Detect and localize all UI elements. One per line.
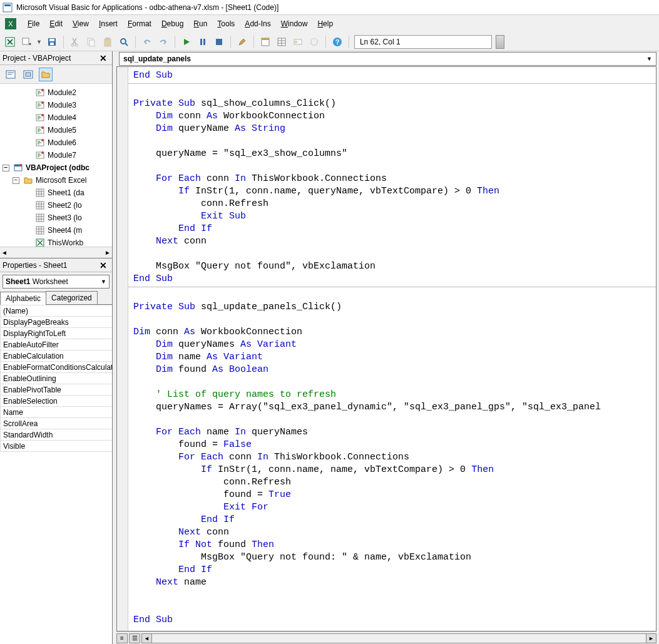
tab-alphabetic[interactable]: Alphabetic bbox=[0, 292, 46, 305]
property-row[interactable]: Namedashboard bbox=[1, 407, 113, 418]
menu-view[interactable]: View bbox=[68, 17, 94, 31]
procedure-view-icon[interactable]: ≡ bbox=[116, 633, 128, 643]
menu-file[interactable]: File bbox=[23, 17, 44, 31]
margin-indicator-bar[interactable] bbox=[117, 67, 128, 631]
tree-horizontal-scroll[interactable]: ◄► bbox=[0, 247, 112, 258]
cut-icon[interactable] bbox=[69, 36, 81, 48]
menu-add-ins[interactable]: Add-Ins bbox=[240, 17, 275, 31]
project-panel-header: Project - VBAProject ✕ bbox=[0, 51, 112, 65]
property-row[interactable]: EnableAutoFilterFalse bbox=[1, 339, 113, 350]
menu-run[interactable]: Run bbox=[188, 17, 212, 31]
property-row[interactable]: Visible-1 - xlSheetVisible bbox=[1, 441, 113, 452]
mod-icon bbox=[35, 100, 45, 110]
property-row[interactable]: EnableSelection0 - xlNoRestrictions bbox=[1, 396, 113, 407]
view-excel-icon[interactable] bbox=[4, 36, 16, 48]
project-explorer-icon[interactable] bbox=[259, 36, 272, 48]
undo-icon[interactable] bbox=[141, 36, 153, 48]
design-mode-icon[interactable] bbox=[236, 36, 248, 48]
window-title: Microsoft Visual Basic for Applications … bbox=[16, 3, 278, 12]
tree-label: Module7 bbox=[48, 151, 76, 160]
svg-point-49 bbox=[19, 164, 22, 166]
tree-label: Sheet1 (da bbox=[48, 188, 84, 197]
horizontal-scrollbar[interactable]: ◄► bbox=[141, 633, 656, 643]
svg-point-38 bbox=[41, 101, 44, 104]
properties-grid[interactable]: (Name)Sheet1DisplayPageBreaksFalseDispla… bbox=[0, 305, 112, 644]
property-row[interactable]: EnablePivotTableFalse bbox=[1, 384, 113, 396]
project-tree[interactable]: Module2Module3Module4Module5Module6Modul… bbox=[0, 84, 112, 247]
menu-debug[interactable]: Debug bbox=[156, 17, 188, 31]
redo-icon[interactable] bbox=[157, 36, 170, 48]
tree-label: Microsoft Excel bbox=[36, 176, 86, 185]
menu-format[interactable]: Format bbox=[123, 17, 156, 31]
tree-item[interactable]: Sheet1 (da bbox=[0, 187, 112, 199]
toolbox-icon[interactable] bbox=[308, 36, 320, 48]
tab-categorized[interactable]: Categorized bbox=[46, 291, 98, 304]
property-row[interactable]: EnableCalculationTrue bbox=[1, 350, 113, 362]
insert-dropdown-icon[interactable] bbox=[20, 36, 33, 48]
full-module-view-icon[interactable]: ☰ bbox=[129, 633, 140, 643]
save-icon[interactable] bbox=[46, 36, 58, 48]
svg-rect-14 bbox=[106, 38, 110, 40]
close-icon[interactable]: ✕ bbox=[97, 53, 110, 63]
toggle-folders-icon[interactable] bbox=[39, 68, 53, 81]
menu-help[interactable]: Help bbox=[312, 17, 338, 31]
svg-point-40 bbox=[41, 114, 44, 116]
status-scroll[interactable] bbox=[496, 35, 504, 49]
help-icon[interactable]: ? bbox=[331, 36, 344, 48]
property-row[interactable]: EnableOutliningFalse bbox=[1, 373, 113, 384]
sheet-icon bbox=[35, 213, 45, 223]
break-icon[interactable] bbox=[197, 36, 209, 48]
close-icon[interactable]: ✕ bbox=[97, 260, 110, 270]
property-row[interactable]: DisplayRightToLeftFalse bbox=[1, 328, 113, 339]
view-object-icon[interactable] bbox=[21, 68, 35, 81]
property-row[interactable]: EnableFormatConditionsCalculationTrue bbox=[1, 362, 113, 373]
menu-edit[interactable]: Edit bbox=[44, 17, 68, 31]
tree-item[interactable]: −VBAProject (odbc bbox=[0, 161, 112, 174]
procedure-combo[interactable]: sql_update_panels ▼ bbox=[119, 52, 656, 66]
copy-icon[interactable] bbox=[85, 36, 98, 48]
properties-tabs: Alphabetic Categorized bbox=[0, 291, 112, 305]
tree-item[interactable]: Module5 bbox=[0, 124, 112, 136]
svg-rect-12 bbox=[89, 40, 95, 46]
find-icon[interactable] bbox=[118, 36, 130, 48]
properties-window-icon[interactable] bbox=[275, 36, 288, 48]
property-row[interactable]: StandardWidth8,11 bbox=[1, 429, 113, 441]
tree-item[interactable]: Sheet3 (lo bbox=[0, 212, 112, 224]
svg-rect-5 bbox=[23, 38, 29, 44]
procedure-bar: sql_update_panels ▼ bbox=[116, 51, 659, 66]
tree-item[interactable]: Module4 bbox=[0, 111, 112, 124]
tree-item[interactable]: Module2 bbox=[0, 86, 112, 99]
tree-item[interactable]: −Microsoft Excel bbox=[0, 174, 112, 187]
project-toolbar bbox=[0, 65, 112, 84]
tree-item[interactable]: Module6 bbox=[0, 136, 112, 149]
svg-rect-1 bbox=[4, 4, 11, 6]
object-browser-icon[interactable] bbox=[292, 36, 304, 48]
svg-point-15 bbox=[121, 39, 126, 44]
mod-icon bbox=[35, 88, 45, 98]
run-icon[interactable] bbox=[180, 36, 193, 48]
tree-item[interactable]: Module3 bbox=[0, 99, 112, 111]
chevron-down-icon: ▼ bbox=[101, 279, 106, 285]
tree-item[interactable]: Sheet2 (lo bbox=[0, 199, 112, 212]
view-code-icon[interactable] bbox=[4, 68, 18, 81]
code-area[interactable]: End Sub Private Sub sql_show_columns_Cli… bbox=[116, 66, 656, 631]
property-row[interactable]: (Name)Sheet1 bbox=[1, 305, 113, 317]
tree-item[interactable]: Module7 bbox=[0, 149, 112, 161]
menu-insert[interactable]: Insert bbox=[94, 17, 123, 31]
svg-rect-17 bbox=[200, 39, 202, 45]
properties-object-combo[interactable]: Sheet1 Worksheet ▼ bbox=[3, 275, 110, 289]
tree-label: Module6 bbox=[48, 138, 76, 147]
reset-icon[interactable] bbox=[213, 36, 225, 48]
tree-item[interactable]: ThisWorkb bbox=[0, 237, 112, 247]
vba-app-icon bbox=[3, 3, 13, 13]
tree-item[interactable]: Sheet4 (m bbox=[0, 224, 112, 237]
paste-icon[interactable] bbox=[101, 36, 114, 48]
property-row[interactable]: DisplayPageBreaksFalse bbox=[1, 317, 113, 328]
mod-icon bbox=[35, 113, 45, 123]
menu-window[interactable]: Window bbox=[276, 17, 313, 31]
svg-point-46 bbox=[41, 151, 44, 154]
menu-tools[interactable]: Tools bbox=[212, 17, 240, 31]
svg-rect-60 bbox=[36, 214, 44, 222]
property-row[interactable]: ScrollArea bbox=[1, 418, 113, 429]
svg-rect-19 bbox=[216, 39, 222, 45]
